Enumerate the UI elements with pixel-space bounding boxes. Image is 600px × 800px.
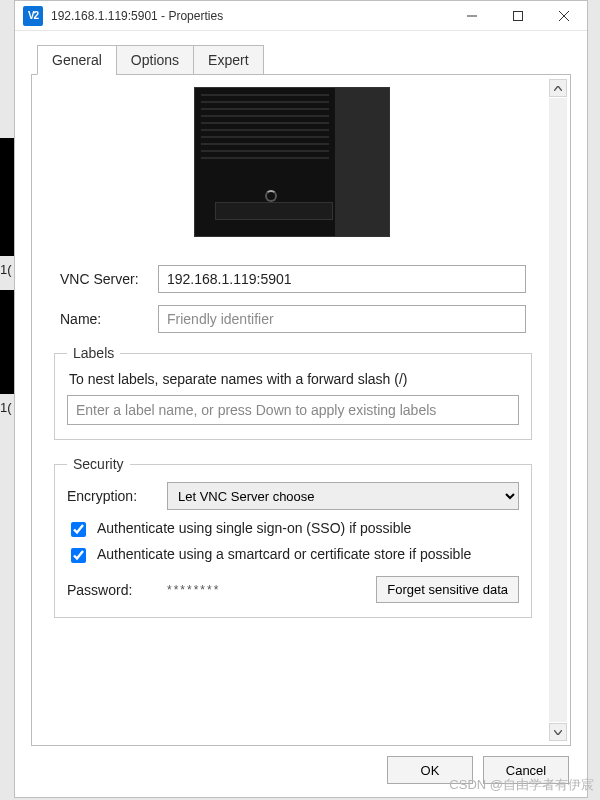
scroll-track[interactable] (549, 98, 567, 722)
background-strip (0, 138, 14, 256)
name-label: Name: (60, 311, 158, 327)
smartcard-checkbox-label: Authenticate using a smartcard or certif… (97, 546, 519, 564)
general-panel: VNC Server: Name: Labels To nest labels,… (40, 83, 544, 737)
spinner-icon (265, 190, 277, 202)
tab-bar: General Options Expert (37, 45, 587, 75)
password-label: Password: (67, 582, 167, 598)
titlebar: V2 192.168.1.119:5901 - Properties (15, 1, 587, 31)
connection-preview (194, 87, 390, 237)
cancel-button[interactable]: Cancel (483, 756, 569, 784)
dialog-footer: OK Cancel (15, 746, 587, 784)
password-mask: ******** (167, 583, 376, 597)
background-text: 1( (0, 400, 12, 415)
ok-button[interactable]: OK (387, 756, 473, 784)
maximize-button[interactable] (495, 1, 541, 31)
scroll-down-button[interactable] (549, 723, 567, 741)
svg-rect-1 (514, 11, 523, 20)
labels-group: Labels To nest labels, separate names wi… (54, 345, 532, 440)
security-legend: Security (67, 456, 130, 472)
sso-checkbox-row[interactable]: Authenticate using single sign-on (SSO) … (67, 520, 519, 540)
sso-checkbox[interactable] (71, 522, 86, 537)
minimize-icon (467, 11, 477, 21)
smartcard-checkbox[interactable] (71, 548, 86, 563)
vertical-scrollbar[interactable] (549, 79, 567, 741)
chevron-up-icon (554, 86, 562, 91)
tab-expert[interactable]: Expert (193, 45, 263, 75)
labels-legend: Labels (67, 345, 120, 361)
smartcard-checkbox-row[interactable]: Authenticate using a smartcard or certif… (67, 546, 519, 566)
close-icon (559, 11, 569, 21)
properties-window: V2 192.168.1.119:5901 - Properties Gener… (14, 0, 588, 798)
background-text: 1( (0, 262, 12, 277)
background-strip (0, 290, 14, 394)
security-group: Security Encryption: Let VNC Server choo… (54, 456, 532, 618)
scroll-up-button[interactable] (549, 79, 567, 97)
close-button[interactable] (541, 1, 587, 31)
window-title: 192.168.1.119:5901 - Properties (51, 9, 449, 23)
app-icon: V2 (23, 6, 43, 26)
tab-general[interactable]: General (37, 45, 117, 75)
vnc-server-label: VNC Server: (60, 271, 158, 287)
name-input[interactable] (158, 305, 526, 333)
maximize-icon (513, 11, 523, 21)
tab-options[interactable]: Options (116, 45, 194, 75)
labels-hint: To nest labels, separate names with a fo… (69, 371, 519, 387)
forget-sensitive-button[interactable]: Forget sensitive data (376, 576, 519, 603)
encryption-label: Encryption: (67, 488, 167, 504)
tab-panel: VNC Server: Name: Labels To nest labels,… (31, 74, 571, 746)
labels-input[interactable]: Enter a label name, or press Down to app… (67, 395, 519, 425)
vnc-server-input[interactable] (158, 265, 526, 293)
sso-checkbox-label: Authenticate using single sign-on (SSO) … (97, 520, 519, 538)
chevron-down-icon (554, 730, 562, 735)
minimize-button[interactable] (449, 1, 495, 31)
encryption-select[interactable]: Let VNC Server choose (167, 482, 519, 510)
